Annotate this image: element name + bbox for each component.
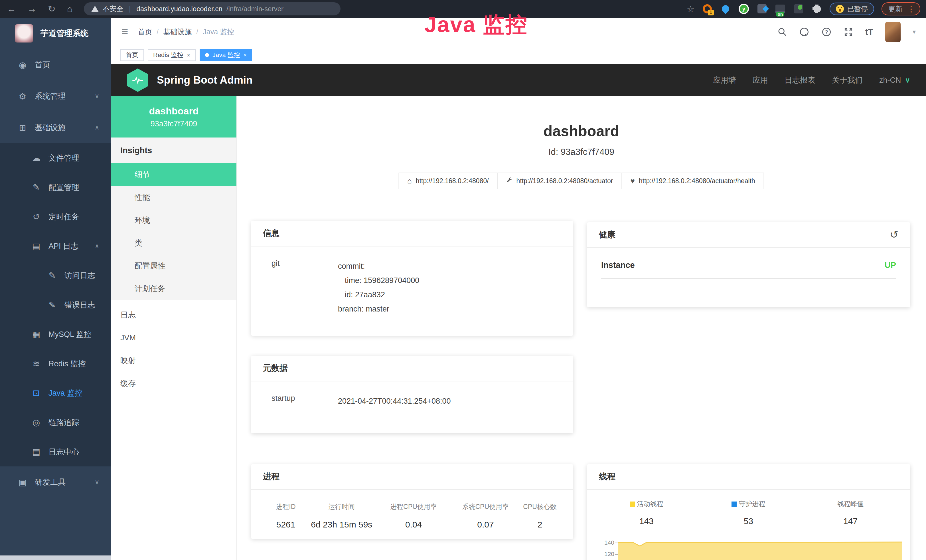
menu-item-metrics[interactable]: 性能 [111,186,236,209]
chevron-down-icon: ∨ [95,478,99,486]
menu-item-mappings[interactable]: 映射 [111,349,236,372]
extension-pin-icon[interactable] [720,3,731,14]
sidebar-item-file-mgmt[interactable]: ☁ 文件管理 [0,143,111,173]
layers-icon: ≋ [30,359,43,369]
service-url-button[interactable]: ⌂ http://192.168.0.2:48080/ [398,173,498,189]
health-instance-label: Instance [601,260,635,270]
hamburger-icon[interactable]: ≡ [121,26,128,38]
menu-item-caches[interactable]: 缓存 [111,372,236,395]
close-icon[interactable]: × [244,52,247,59]
sba-nav-applications[interactable]: 应用 [753,75,768,85]
forward-icon[interactable]: → [27,4,36,14]
extension-orange-icon[interactable]: 1 [702,3,713,14]
extension-leaf-icon[interactable] [793,3,804,14]
avatar-caret-icon[interactable]: ▾ [912,28,916,36]
instance-header[interactable]: dashboard 93a3fc7f7409 [111,96,236,138]
sidebar-item-dev-tools[interactable]: ▣ 研发工具 ∨ [0,466,111,498]
sidebar-item-access-logs[interactable]: ✎ 访问日志 [0,261,111,290]
chevron-up-icon: ∧ [95,242,99,250]
extension-y-icon[interactable]: y [738,3,749,14]
wrench-icon [506,177,513,185]
process-col-pid: 进程ID 5261 [265,502,306,530]
extension-badge: 1 [708,10,714,15]
sidebar-item-mysql-monitor[interactable]: ▦ MySQL 监控 [0,319,111,349]
extension-grid-icon[interactable] [757,3,767,14]
menu-item-details[interactable]: 细节 [111,163,236,186]
sba-logo-icon[interactable] [127,68,148,92]
sba-brand[interactable]: Spring Boot Admin [157,74,253,86]
help-icon[interactable]: ? [822,27,832,37]
sidebar-item-scheduled-tasks[interactable]: ↺ 定时任务 [0,202,111,232]
fullscreen-icon[interactable] [844,27,853,37]
update-button[interactable]: 更新 ⋮ [882,2,920,15]
sba-nav-about[interactable]: 关于我们 [832,75,863,85]
log-icon: ▤ [30,447,43,457]
menu-item-jvm[interactable]: JVM [111,326,236,349]
menu-item-logs[interactable]: 日志 [111,304,236,326]
horizontal-scrollbar[interactable] [0,555,111,560]
sba-nav-wallboard[interactable]: 应用墙 [713,75,736,85]
locale-select[interactable]: zh-CN ∨ [879,76,910,85]
health-card-title: 健康 [599,229,616,241]
process-card-title: 进程 [251,464,573,490]
breadcrumb-infra[interactable]: 基础设施 [163,27,192,36]
cloud-upload-icon: ☁ [30,153,43,163]
bookmark-star-icon[interactable]: ☆ [687,4,694,14]
sidebar-item-home[interactable]: ◉ 首页 [0,49,111,80]
sidebar-item-infra[interactable]: ⊞ 基础设施 ∧ [0,112,111,143]
sidebar-item-system[interactable]: ⚙ 系统管理 ∨ [0,80,111,112]
heart-icon: ♥ [631,177,635,185]
refresh-icon[interactable]: ↻ [48,3,56,14]
tab-redis-monitor[interactable]: Redis 监控 × [148,49,196,61]
sidebar-item-config-mgmt[interactable]: ✎ 配置管理 [0,173,111,202]
divider [265,325,559,325]
menu-item-config-props[interactable]: 配置属性 [111,254,236,277]
history-icon[interactable]: ↺ [890,229,898,241]
avatar[interactable] [885,22,900,42]
menu-kebab-icon[interactable]: ⋮ [907,4,915,14]
paused-badge[interactable]: 已暂停 [830,3,874,15]
menu-item-classes[interactable]: 类 [111,232,236,254]
status-badge: UP [885,260,896,270]
tab-home[interactable]: 首页 [120,49,144,61]
app-logo-row[interactable]: 芋道管理系统 [0,18,111,49]
url-host: dashboard.yudao.iocoder.cn [136,5,222,13]
extension-on-icon[interactable]: on [775,3,786,14]
tag-bar: 首页 Redis 监控 × Java 监控 × [111,46,926,64]
breadcrumb-current: Java 监控 [203,27,234,36]
breadcrumb-home[interactable]: 首页 [138,27,152,36]
github-icon[interactable] [799,27,809,37]
sidebar-item-tracing[interactable]: ◎ 链路追踪 [0,408,111,437]
monitor-icon: ⊡ [30,388,43,398]
history-icon: ↺ [30,212,43,222]
sidebar-item-error-logs[interactable]: ✎ 错误日志 [0,290,111,319]
search-icon[interactable] [778,27,787,37]
browser-home-icon[interactable]: ⌂ [67,4,73,14]
tab-java-monitor[interactable]: Java 监控 × [200,49,252,61]
menu-item-scheduled[interactable]: 计划任务 [111,277,236,300]
actuator-url-button[interactable]: http://192.168.0.2:48080/actuator [497,173,622,189]
sidebar-item-java-monitor[interactable]: ⊡ Java 监控 [0,378,111,408]
sidebar-item-redis-monitor[interactable]: ≋ Redis 监控 [0,349,111,378]
text-size-icon[interactable]: tT [865,27,873,37]
menu-item-environment[interactable]: 环境 [111,209,236,232]
sidebar-item-api-logs[interactable]: ▤ API 日志 ∧ [0,232,111,261]
health-card: 健康 ↺ Instance UP [587,222,910,307]
insights-section: Insights 细节 性能 环境 类 配置属性 计划任务 [111,138,236,300]
sba-nav: 应用墙 应用 日志报表 关于我们 zh-CN ∨ [713,75,910,85]
sba-nav-journal[interactable]: 日志报表 [785,75,816,85]
extensions-puzzle-icon[interactable] [811,3,822,14]
app-logo-icon [15,24,33,42]
divider [265,417,559,417]
health-url-button[interactable]: ♥ http://192.168.0.2:48080/actuator/heal… [622,173,764,189]
instance-name: dashboard [149,106,199,117]
sidebar-item-log-center[interactable]: ▤ 日志中心 [0,437,111,466]
legend-peak-threads: 线程峰值 147 [799,499,902,526]
address-bar[interactable]: 不安全 | dashboard.yudao.iocoder.cn/infra/a… [84,2,340,15]
process-card: 进程 进程ID 5261 运行时间 6d 23h 15m 59s [251,464,573,539]
page-instance-id: Id: 93a3fc7f7409 [237,147,926,157]
info-card-title: 信息 [251,221,573,247]
emoji-face-icon [836,5,844,13]
back-icon[interactable]: ← [7,4,16,14]
close-icon[interactable]: × [187,52,190,59]
